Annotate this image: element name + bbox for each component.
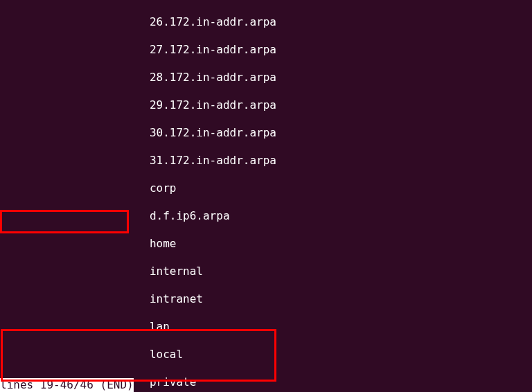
domain-entry: 31.172.in-addr.arpa <box>3 154 529 168</box>
domain-entry: intranet <box>3 292 529 306</box>
domain-entry: 29.172.in-addr.arpa <box>3 98 529 112</box>
domain-entry: 28.172.in-addr.arpa <box>3 71 529 84</box>
domain-entry: home <box>3 237 529 251</box>
domain-entry: d.f.ip6.arpa <box>3 209 529 223</box>
domain-entry: corp <box>3 181 529 195</box>
domain-entry: 30.172.in-addr.arpa <box>3 126 529 140</box>
terminal-output[interactable]: 26.172.in-addr.arpa 27.172.in-addr.arpa … <box>0 0 532 392</box>
pager-status[interactable]: lines 19-46/46 (END) <box>0 378 134 392</box>
domain-entry: local <box>3 348 529 362</box>
domain-entry: internal <box>3 265 529 278</box>
domain-entry: 26.172.in-addr.arpa <box>3 15 529 29</box>
domain-entry: 27.172.in-addr.arpa <box>3 43 529 57</box>
domain-entry: lan <box>3 320 529 334</box>
